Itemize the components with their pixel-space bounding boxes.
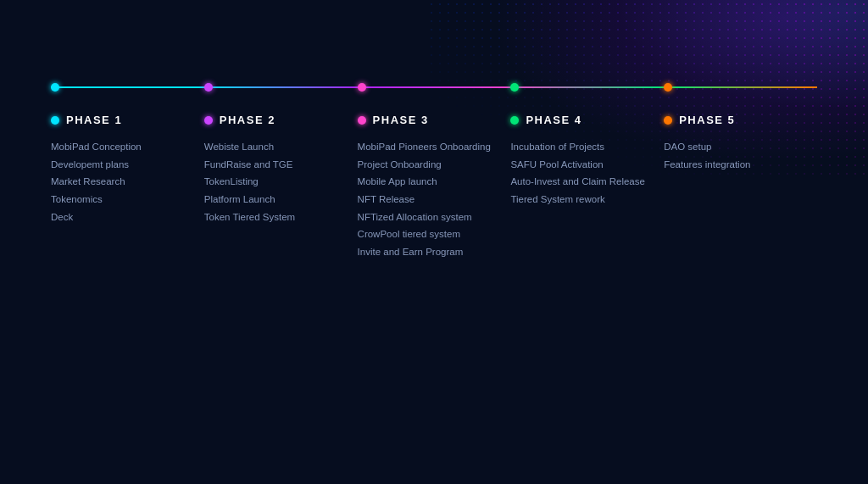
timeline-dot-3 — [358, 83, 366, 92]
timeline-bar — [51, 86, 817, 88]
timeline-dot-1 — [51, 83, 59, 92]
phase-3-item-5: NFTized Allocation system — [358, 209, 494, 226]
phase-4-item-3: Auto-Invest and Claim Release — [510, 173, 647, 191]
phase-4-item-1: Incubation of Projects — [510, 138, 647, 156]
timeline-segment-2 — [204, 86, 358, 88]
phase-3-header: PHASE 3 — [358, 114, 494, 126]
phase-2-item-1: Webiste Launch — [204, 138, 341, 156]
timeline-dot-4 — [510, 83, 519, 92]
phase-3-item-6: CrowPool tiered system — [358, 225, 494, 243]
phase-1-item-4: Tokenomics — [51, 191, 187, 209]
phase-1-dot — [51, 116, 59, 125]
phase-2-item-2: FundRaise and TGE — [204, 156, 341, 174]
phase-1-title: PHASE 1 — [66, 114, 122, 126]
phase-3-dot — [358, 116, 366, 125]
phase-3-item-3: Mobile App launch — [358, 173, 494, 191]
phase-2-dot — [204, 116, 213, 125]
phase-4-item-4: Tiered System rework — [510, 191, 647, 209]
phase-2: PHASE 2Webiste LaunchFundRaise and TGETo… — [204, 114, 358, 261]
phase-1-item-3: Market Research — [51, 173, 187, 191]
timeline-segment-3 — [358, 86, 511, 88]
phase-2-item-5: Token Tiered System — [204, 209, 341, 226]
phase-3-item-4: NFT Release — [358, 191, 494, 209]
phase-1-item-5: Deck — [51, 209, 187, 226]
phase-5-item-2: Features integration — [664, 156, 800, 174]
phase-2-item-4: Platform Launch — [204, 191, 341, 209]
phase-4-header: PHASE 4 — [510, 114, 647, 126]
timeline-segment-4 — [510, 86, 664, 88]
phase-5-items: DAO setupFeatures integration — [664, 138, 800, 173]
timeline-segment-1 — [51, 86, 204, 88]
phase-5: PHASE 5DAO setupFeatures integration — [664, 114, 817, 261]
timeline-segment-5 — [664, 86, 817, 88]
phases-container: PHASE 1MobiPad ConceptionDevelopemt plan… — [51, 114, 817, 261]
phase-5-dot — [664, 116, 672, 125]
phase-2-items: Webiste LaunchFundRaise and TGETokenList… — [204, 138, 341, 225]
phase-1-items: MobiPad ConceptionDevelopemt plansMarket… — [51, 138, 187, 225]
phase-1-item-2: Developemt plans — [51, 156, 187, 174]
phase-4-item-2: SAFU Pool Activation — [510, 156, 647, 174]
timeline-dot-5 — [664, 83, 672, 92]
phase-3: PHASE 3MobiPad Pioneers OnboardingProjec… — [358, 114, 511, 261]
phase-3-title: PHASE 3 — [373, 114, 429, 126]
timeline — [51, 85, 817, 90]
phase-5-item-1: DAO setup — [664, 138, 800, 156]
phase-5-title: PHASE 5 — [679, 114, 735, 126]
phase-4: PHASE 4Incubation of ProjectsSAFU Pool A… — [510, 114, 664, 261]
phase-2-item-3: TokenListing — [204, 173, 341, 191]
phase-3-item-1: MobiPad Pioneers Onboarding — [358, 138, 494, 156]
phase-3-item-2: Project Onboarding — [358, 156, 494, 174]
phase-2-header: PHASE 2 — [204, 114, 341, 126]
phase-2-title: PHASE 2 — [220, 114, 275, 126]
phase-1-header: PHASE 1 — [51, 114, 187, 126]
phase-5-header: PHASE 5 — [664, 114, 800, 126]
phase-1-item-1: MobiPad Conception — [51, 138, 187, 156]
phase-4-dot — [510, 116, 519, 125]
phase-4-title: PHASE 4 — [526, 114, 581, 126]
phase-1: PHASE 1MobiPad ConceptionDevelopemt plan… — [51, 114, 204, 261]
phase-3-items: MobiPad Pioneers OnboardingProject Onboa… — [358, 138, 494, 261]
timeline-dot-2 — [204, 83, 213, 92]
phase-4-items: Incubation of ProjectsSAFU Pool Activati… — [510, 138, 647, 209]
phase-3-item-7: Invite and Earn Program — [358, 243, 494, 261]
